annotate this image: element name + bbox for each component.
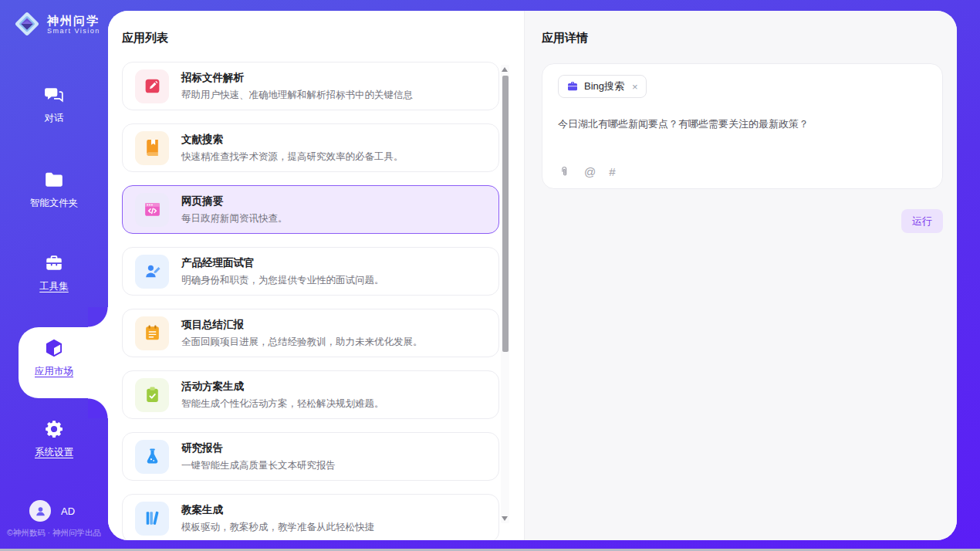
scrollbar-thumb[interactable]: [502, 76, 509, 352]
sidebar-item-label: 智能文件夹: [30, 197, 79, 210]
list-item-event-plan-generator[interactable]: 活动方案生成 智能生成个性化活动方案，轻松解决规划难题。: [122, 370, 499, 419]
app-description: 模板驱动，教案秒成，教学准备从此轻松快捷: [181, 521, 374, 534]
sidebar-item-label: 系统设置: [35, 446, 73, 459]
sidebar: 神州问学 Smart Vision 对话 智能文件夹 工具集 应用市场: [0, 0, 108, 551]
sidebar-item-label: 工具集: [39, 280, 69, 293]
webpage-code-icon: [135, 193, 169, 227]
list-item-literature-search[interactable]: 文献搜索 快速精准查找学术资源，提高研究效率的必备工具。: [122, 123, 499, 172]
app-name: 研究报告: [181, 441, 336, 455]
list-item-bid-document-parse[interactable]: 招标文件解析 帮助用户快速、准确地理解和解析招标书中的关键信息: [122, 62, 499, 110]
app-description: 全面回顾项目进展，总结经验教训，助力未来优化发展。: [181, 336, 423, 349]
books-icon: [135, 502, 169, 536]
tool-tag-label: Bing搜索: [584, 79, 624, 93]
user-initials: AD: [61, 505, 75, 517]
app-list-pane: 应用列表 招标文件解析 帮助用户快速、准确地理解和解析招标书中的关键信息: [108, 11, 525, 540]
sidebar-item-app-market[interactable]: 应用市场: [0, 338, 108, 378]
toolbox-icon: [44, 253, 64, 273]
app-name: 活动方案生成: [181, 380, 384, 394]
list-item-research-report[interactable]: 研究报告 一键智能生成高质量长文本研究报告: [122, 432, 499, 481]
app-description: 快速精准查找学术资源，提高研究效率的必备工具。: [181, 150, 404, 164]
memo-icon: [135, 316, 169, 350]
active-tab-fillet-bottom: [88, 398, 108, 418]
edit-document-icon: [135, 69, 169, 103]
app-description: 智能生成个性化活动方案，轻松解决规划难题。: [181, 397, 384, 411]
clipboard-check-icon: [135, 378, 169, 412]
app-name: 招标文件解析: [181, 71, 413, 85]
list-item-webpage-summary[interactable]: 网页摘要 每日政府新闻资讯快查。: [122, 185, 499, 234]
app-name: 产品经理面试官: [181, 256, 384, 270]
copyright-text: ©神州数码 · 神州问学出品: [0, 528, 108, 539]
brand-text: 神州问学 Smart Vision: [47, 14, 100, 35]
app-list: 招标文件解析 帮助用户快速、准确地理解和解析招标书中的关键信息 文献搜索 快速精…: [122, 62, 499, 540]
prompt-input-card[interactable]: Bing搜索 × 今日湖北有哪些新闻要点？有哪些需要关注的最新政策？ @ #: [542, 63, 943, 189]
person-icon: [34, 505, 47, 518]
list-item-project-summary[interactable]: 项目总结汇报 全面回顾项目进展，总结经验教训，助力未来优化发展。: [122, 309, 499, 357]
sidebar-item-chat[interactable]: 对话: [0, 85, 108, 125]
scroll-up-icon[interactable]: [502, 67, 508, 72]
interviewer-icon: [135, 255, 169, 289]
list-item-lesson-plan-generator[interactable]: 教案生成 模板驱动，教案秒成，教学准备从此轻松快捷: [122, 494, 499, 540]
user-account[interactable]: AD: [29, 500, 75, 522]
app-name: 项目总结汇报: [181, 318, 423, 332]
sidebar-item-smart-folder[interactable]: 智能文件夹: [0, 170, 108, 210]
app-description: 一键智能生成高质量长文本研究报告: [181, 459, 336, 472]
active-tab-fillet-top: [88, 307, 108, 327]
app-detail-pane: 应用详情 Bing搜索 × 今日湖北有哪些新闻要点？有哪些需要关注的最新政策？ …: [525, 11, 957, 540]
app-description: 每日政府新闻资讯快查。: [181, 212, 288, 225]
chat-icon: [44, 85, 64, 105]
prompt-text[interactable]: 今日湖北有哪些新闻要点？有哪些需要关注的最新政策？: [558, 117, 927, 131]
brand-subtitle: Smart Vision: [47, 27, 100, 35]
scroll-down-icon[interactable]: [502, 516, 508, 521]
attachment-toolbar: @ #: [558, 165, 616, 178]
briefcase-icon: [566, 80, 579, 93]
sidebar-item-toolset[interactable]: 工具集: [0, 253, 108, 293]
close-icon[interactable]: ×: [632, 82, 638, 92]
brand-logo-icon: [12, 9, 42, 39]
avatar: [29, 500, 51, 522]
app-name: 文献搜索: [181, 133, 404, 147]
app-list-title: 应用列表: [122, 31, 168, 46]
run-button[interactable]: 运行: [901, 209, 943, 233]
app-description: 明确身份和职责，为您提供专业性的面试问题。: [181, 274, 384, 287]
flask-icon: [135, 440, 169, 474]
hashtag-icon[interactable]: #: [609, 166, 615, 177]
app-description: 帮助用户快速、准确地理解和解析招标书中的关键信息: [181, 89, 413, 102]
list-item-pm-interviewer[interactable]: 产品经理面试官 明确身份和职责，为您提供专业性的面试问题。: [122, 247, 499, 296]
app-detail-title: 应用详情: [542, 31, 588, 46]
folder-icon: [44, 170, 64, 190]
brand: 神州问学 Smart Vision: [12, 9, 100, 39]
mention-icon[interactable]: @: [584, 166, 596, 177]
book-icon: [135, 131, 169, 165]
paperclip-icon[interactable]: [558, 165, 571, 178]
tool-tag-bing-search[interactable]: Bing搜索 ×: [558, 75, 647, 98]
app-name: 网页摘要: [181, 194, 288, 208]
gear-icon: [44, 419, 64, 439]
sidebar-item-system-settings[interactable]: 系统设置: [0, 419, 108, 459]
sidebar-item-label: 应用市场: [35, 365, 73, 378]
app-name: 教案生成: [181, 503, 374, 517]
sidebar-item-label: 对话: [45, 112, 64, 125]
list-scrollbar[interactable]: [501, 65, 509, 523]
main-panel: 应用列表 招标文件解析 帮助用户快速、准确地理解和解析招标书中的关键信息: [108, 11, 957, 540]
cube-icon: [44, 338, 64, 358]
brand-name: 神州问学: [47, 14, 100, 27]
